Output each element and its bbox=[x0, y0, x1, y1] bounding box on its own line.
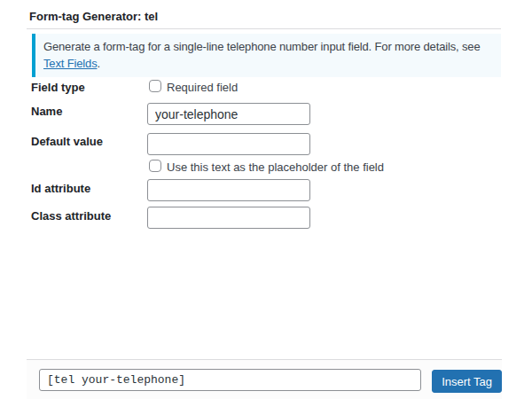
panel-title: Form-tag Generator: tel bbox=[29, 10, 158, 23]
class-attribute-label: Class attribute bbox=[31, 209, 111, 223]
field-type-label: Field type bbox=[31, 81, 85, 94]
default-value-label: Default value bbox=[31, 135, 103, 148]
generated-tag-input[interactable] bbox=[39, 369, 421, 391]
name-input[interactable] bbox=[147, 103, 310, 125]
required-field-checkbox-label[interactable]: Required field bbox=[167, 81, 238, 94]
info-text: Generate a form-tag for a single-line te… bbox=[43, 40, 480, 53]
name-label: Name bbox=[31, 105, 62, 118]
title-divider bbox=[27, 28, 501, 29]
id-attribute-label: Id attribute bbox=[31, 182, 90, 195]
text-fields-link[interactable]: Text Fields bbox=[43, 57, 97, 70]
info-text-suffix: . bbox=[97, 57, 99, 70]
required-field-checkbox[interactable] bbox=[149, 80, 161, 92]
id-attribute-input[interactable] bbox=[147, 179, 310, 201]
class-attribute-input[interactable] bbox=[147, 207, 310, 229]
info-box: Generate a form-tag for a single-line te… bbox=[32, 34, 501, 77]
form-tag-generator-panel: Form-tag Generator: tel Generate a form-… bbox=[0, 0, 532, 399]
insert-box: Insert Tag bbox=[27, 359, 502, 399]
use-as-placeholder-checkbox-label[interactable]: Use this text as the placeholder of the … bbox=[167, 160, 384, 174]
default-value-input[interactable] bbox=[147, 133, 310, 155]
insert-tag-button[interactable]: Insert Tag bbox=[432, 370, 502, 393]
use-as-placeholder-checkbox[interactable] bbox=[149, 160, 161, 172]
